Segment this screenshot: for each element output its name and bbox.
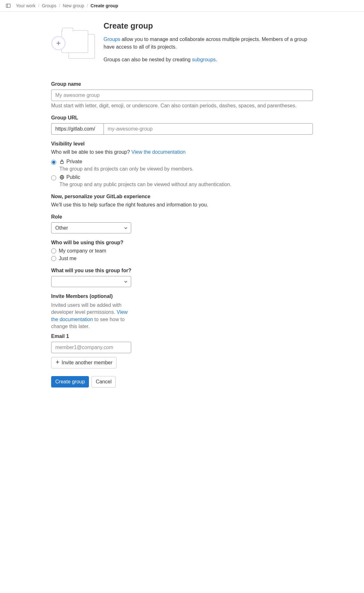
- who-using-justme-radio[interactable]: [51, 256, 56, 261]
- svg-rect-0: [6, 4, 10, 8]
- visibility-level-label: Visibility level: [51, 141, 313, 147]
- globe-icon: [59, 175, 64, 180]
- intro-paragraph-2: Groups can also be nested by creating su…: [104, 56, 313, 64]
- invite-heading: Invite Members (optional): [51, 293, 313, 299]
- role-label: Role: [51, 214, 313, 220]
- breadcrumb: Your work / Groups / New group / Create …: [16, 3, 118, 8]
- group-url-input[interactable]: [104, 123, 313, 135]
- visibility-public-label: Public: [66, 174, 80, 180]
- intro-paragraph-1: Groups allow you to manage and collabora…: [104, 36, 313, 51]
- invite-another-label: Invite another member: [62, 360, 112, 366]
- visibility-private-desc: The group and its projects can only be v…: [59, 166, 313, 172]
- invite-help: Invited users will be added with develop…: [51, 302, 131, 330]
- who-using-company-radio[interactable]: [51, 248, 56, 253]
- visibility-doc-link[interactable]: View the documentation: [131, 149, 185, 155]
- use-for-label: What will you use this group for?: [51, 268, 313, 273]
- breadcrumb-current: Create group: [91, 3, 118, 8]
- who-using-justme-label: Just me: [59, 256, 77, 261]
- page-title: Create group: [104, 21, 313, 30]
- groups-link[interactable]: Groups: [104, 37, 120, 42]
- group-url-prefix: https://gitlab.com/: [51, 123, 104, 135]
- plus-icon: [51, 36, 66, 51]
- lock-icon: [59, 159, 64, 164]
- subgroups-link[interactable]: subgroups: [192, 57, 216, 62]
- breadcrumb-new-group[interactable]: New group: [63, 3, 84, 8]
- email1-label: Email 1: [51, 334, 313, 339]
- email1-input[interactable]: [51, 342, 131, 353]
- group-url-label: Group URL: [51, 115, 313, 121]
- who-using-label: Who will be using this group?: [51, 240, 313, 246]
- breadcrumb-separator: /: [59, 3, 60, 8]
- visibility-private-radio[interactable]: [51, 160, 56, 165]
- breadcrumb-separator: /: [38, 3, 39, 8]
- role-select[interactable]: Other: [51, 222, 131, 233]
- who-using-company-label: My company or team: [59, 248, 106, 254]
- svg-rect-4: [61, 161, 64, 164]
- visibility-public-radio[interactable]: [51, 175, 56, 180]
- group-folder-illustration: [51, 21, 91, 69]
- personalize-heading: Now, personalize your GitLab experience: [51, 194, 313, 199]
- group-name-help: Must start with letter, digit, emoji, or…: [51, 103, 313, 109]
- breadcrumb-your-work[interactable]: Your work: [16, 3, 36, 8]
- visibility-public-desc: The group and any public projects can be…: [59, 182, 313, 187]
- group-name-input[interactable]: [51, 90, 313, 101]
- plus-icon: [55, 360, 60, 366]
- invite-another-button[interactable]: Invite another member: [51, 357, 117, 368]
- sidebar-toggle-icon[interactable]: [6, 3, 11, 8]
- cancel-button[interactable]: Cancel: [91, 376, 116, 387]
- topbar: Your work / Groups / New group / Create …: [0, 0, 364, 12]
- personalize-sub: We'll use this to help surface the right…: [51, 202, 313, 208]
- breadcrumb-groups[interactable]: Groups: [42, 3, 57, 8]
- use-for-select[interactable]: [51, 276, 131, 287]
- breadcrumb-separator: /: [87, 3, 88, 8]
- visibility-sub: Who will be able to see this group? View…: [51, 149, 313, 155]
- group-name-label: Group name: [51, 81, 313, 87]
- create-group-button[interactable]: Create group: [51, 376, 89, 387]
- visibility-private-label: Private: [66, 159, 82, 165]
